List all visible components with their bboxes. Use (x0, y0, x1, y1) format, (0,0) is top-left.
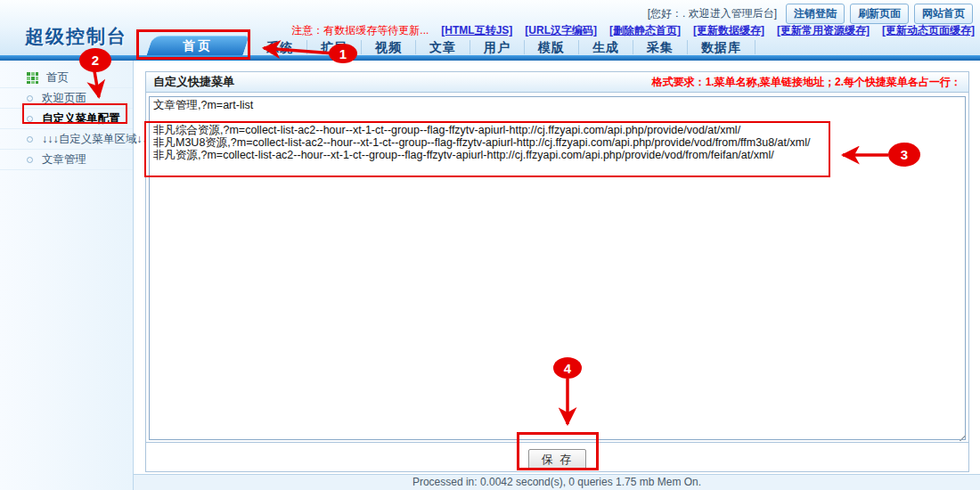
sidebar-item-label: 首页 (46, 70, 69, 86)
tab-user[interactable]: 用户 (470, 40, 525, 54)
format-requirement-text: 格式要求：1.菜单名称,菜单链接地址；2.每个快捷菜单各占一行： (652, 75, 961, 90)
sidebar-item-article-manage[interactable]: 文章管理 (0, 150, 133, 170)
tab-generate[interactable]: 生成 (579, 40, 633, 54)
tab-collect[interactable]: 采集 (633, 40, 688, 54)
site-home-button[interactable]: 网站首页 (914, 4, 973, 24)
quick-menu-textarea[interactable]: 文章管理,?m=art-list 非凡综合资源,?m=collect-list-… (149, 96, 966, 440)
tab-article[interactable]: 文章 (416, 40, 470, 54)
link-update-data-cache[interactable]: [更新数据缓存] (693, 23, 764, 38)
header: 超级控制台 [您好：. 欢迎进入管理后台] 注销登陆 刷新页面 网站首页 注意：… (0, 0, 980, 61)
cache-notice-text: 注意：有数据缓存等待更新... (291, 23, 429, 38)
link-url-encode[interactable]: [URL汉字编码] (525, 23, 597, 38)
sidebar-item-custom-menu-area[interactable]: ↓↓↓自定义菜单区域↓↓↓ (0, 129, 133, 150)
tab-system[interactable]: 系统 (253, 40, 307, 54)
status-text: Processed in: 0.0042 second(s), 0 querie… (412, 476, 701, 488)
sidebar-item-label: 文章管理 (42, 152, 86, 167)
tab-database[interactable]: 数据库 (688, 40, 755, 54)
nav-tabs: 系统 扩展 视频 文章 用户 模版 生成 采集 数据库 (253, 40, 755, 54)
save-button[interactable]: 保 存 (528, 449, 587, 470)
panel-title: 自定义快捷菜单 (153, 74, 234, 90)
link-update-resource-cache[interactable]: [更新常用资源缓存] (777, 23, 870, 38)
tab-template[interactable]: 模版 (525, 40, 579, 54)
header-link-row: 注意：有数据缓存等待更新... [HTML互转JS] [URL汉字编码] [删除… (291, 23, 975, 38)
custom-quick-menu-panel: 自定义快捷菜单 格式要求：1.菜单名称,菜单链接地址；2.每个快捷菜单各占一行：… (145, 71, 969, 472)
sidebar: 首页 欢迎页面 自定义菜单配置 ↓↓↓自定义菜单区域↓↓↓ 文章管理 (0, 61, 134, 490)
bullet-icon (27, 95, 33, 102)
header-top-row: [您好：. 欢迎进入管理后台] 注销登陆 刷新页面 网站首页 (648, 4, 973, 24)
welcome-text: [您好：. 欢迎进入管理后台] (648, 6, 777, 21)
link-delete-static-home[interactable]: [删除静态首页] (609, 23, 681, 38)
sidebar-item-home[interactable]: 首页 (0, 68, 133, 88)
bullet-icon (27, 157, 33, 163)
tab-home-label: 首页 (150, 36, 246, 56)
panel-footer: 保 存 (146, 442, 968, 471)
tab-extension[interactable]: 扩展 (307, 40, 362, 54)
home-grid-icon (27, 72, 38, 84)
panel-title-bar: 自定义快捷菜单 格式要求：1.菜单名称,菜单链接地址；2.每个快捷菜单各占一行： (146, 72, 968, 93)
sidebar-item-label: ↓↓↓自定义菜单区域↓↓↓ (42, 132, 153, 147)
tab-video[interactable]: 视频 (362, 40, 416, 54)
bullet-icon (27, 116, 33, 122)
link-update-dynamic-cache[interactable]: [更新动态页面缓存] (882, 23, 975, 38)
link-html-js[interactable]: [HTML互转JS] (441, 23, 512, 38)
status-bar: Processed in: 0.0042 second(s), 0 querie… (134, 474, 980, 490)
sidebar-item-label: 自定义菜单配置 (42, 111, 120, 127)
refresh-button[interactable]: 刷新页面 (850, 4, 909, 24)
app-logo: 超级控制台 (25, 24, 127, 49)
sidebar-item-label: 欢迎页面 (42, 91, 86, 106)
sidebar-item-custom-menu-config[interactable]: 自定义菜单配置 (0, 109, 133, 129)
sidebar-item-welcome-page[interactable]: 欢迎页面 (0, 88, 133, 109)
bullet-icon (27, 136, 33, 143)
admin-console-window: 超级控制台 [您好：. 欢迎进入管理后台] 注销登陆 刷新页面 网站首页 注意：… (0, 0, 980, 490)
tab-home[interactable]: 首页 (150, 36, 246, 56)
logout-button[interactable]: 注销登陆 (786, 4, 845, 24)
nav-divider-bar (0, 55, 980, 61)
